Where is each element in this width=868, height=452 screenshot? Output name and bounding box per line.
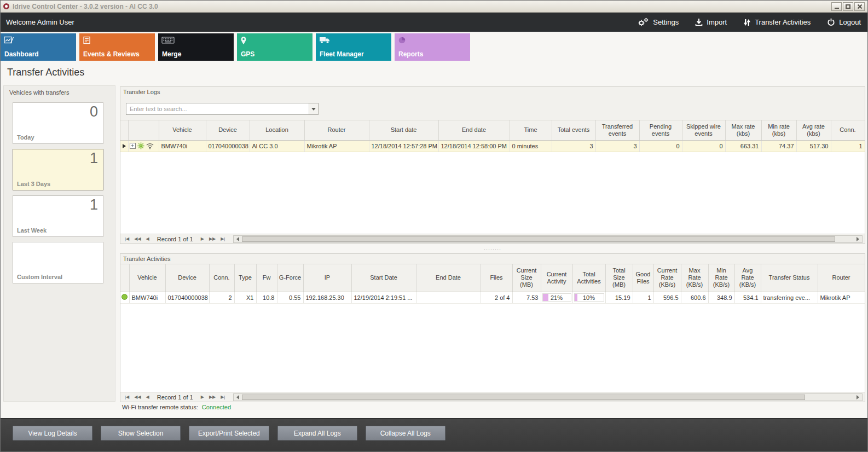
- import-button[interactable]: Import: [695, 18, 727, 26]
- search-dropdown-button[interactable]: [309, 103, 318, 114]
- pager-next-button[interactable]: ▶: [199, 395, 206, 399]
- pager-first-button[interactable]: |◀: [123, 236, 131, 241]
- col-start-date[interactable]: Start date: [369, 120, 438, 140]
- col-conn[interactable]: Conn.: [831, 120, 865, 140]
- col-total-events[interactable]: Total events: [552, 120, 595, 140]
- app-window: Idrive Control Center - 3.0.2 version - …: [0, 0, 868, 452]
- col-max-rate[interactable]: Max rate (kbs): [725, 120, 761, 140]
- col-device[interactable]: Device: [165, 264, 209, 292]
- col-end-date[interactable]: End date: [438, 120, 510, 140]
- col-end-date[interactable]: End Date: [416, 264, 481, 292]
- activities-horizontal-scrollbar[interactable]: [233, 393, 863, 401]
- col-transfer-status[interactable]: Transfer Status: [761, 264, 818, 292]
- tab-merge-label: Merge: [162, 50, 181, 58]
- pager-first-button[interactable]: |◀: [123, 395, 131, 399]
- pager-next-page-button[interactable]: ▶▶: [207, 236, 218, 241]
- filter-card-custom-interval[interactable]: Custom Interval: [13, 242, 103, 283]
- scrollbar-thumb[interactable]: [242, 395, 805, 400]
- tab-events-reviews[interactable]: Events & Reviews: [79, 33, 155, 61]
- export-print-selected-button[interactable]: Export/Print Selected: [189, 426, 269, 441]
- col-skipped-wire-events[interactable]: Skipped wire events: [682, 120, 725, 140]
- cell-max-rate: 600.6: [681, 292, 708, 303]
- col-start-date[interactable]: Start Date: [351, 264, 416, 292]
- keyboard-icon: [161, 36, 175, 46]
- col-vehicle[interactable]: Vehicle: [159, 120, 206, 140]
- col-max-rate[interactable]: Max Rate (KB/s): [681, 264, 708, 292]
- transfer-logs-row[interactable]: BMW740i 017040000038 Al CC 3.0 Mikrotik …: [120, 140, 865, 152]
- col-current-rate[interactable]: Current Rate (KB/s): [653, 264, 681, 292]
- col-current-activity[interactable]: Current Activity: [541, 264, 572, 292]
- splitter-handle[interactable]: [120, 246, 865, 252]
- transfer-activities-pager: |◀ ◀◀ ◀ Record 1 of 1 ▶ ▶▶ ▶|: [120, 392, 865, 402]
- cell-router: Mikrotik AP: [818, 292, 865, 303]
- tab-fleet-manager[interactable]: Fleet Manager: [316, 33, 391, 61]
- tab-gps[interactable]: GPS: [237, 33, 313, 61]
- col-ip[interactable]: IP: [303, 264, 351, 292]
- scroll-right-icon: [857, 237, 859, 241]
- pager-prev-button[interactable]: ◀: [144, 236, 152, 241]
- minimize-button[interactable]: [831, 2, 842, 11]
- view-log-details-button[interactable]: View Log Details: [13, 426, 92, 441]
- filter-card-last-3-days[interactable]: 1 Last 3 Days: [13, 149, 103, 190]
- cell-total-size: 15.19: [605, 292, 633, 303]
- col-type[interactable]: Type: [234, 264, 256, 292]
- scroll-left-icon: [236, 237, 239, 241]
- col-total-size[interactable]: Total Size (MB): [605, 264, 633, 292]
- col-fw[interactable]: Fw: [256, 264, 277, 292]
- logout-button[interactable]: Logout: [827, 18, 861, 26]
- transfer-activities-button[interactable]: Transfer Activities: [743, 18, 811, 26]
- col-good-files[interactable]: Good Files: [633, 264, 653, 292]
- col-transferred-events[interactable]: Transferred events: [595, 120, 639, 140]
- col-files[interactable]: Files: [481, 264, 512, 292]
- col-min-rate[interactable]: Min rate (kbs): [761, 120, 796, 140]
- filter-card-today[interactable]: 0 Today: [13, 102, 103, 144]
- cell-total-events: 3: [552, 140, 595, 152]
- col-g-force[interactable]: G-Force: [277, 264, 303, 292]
- show-selection-button[interactable]: Show Selection: [101, 426, 181, 441]
- pager-last-button[interactable]: ▶|: [218, 395, 227, 399]
- transfer-arrows-icon: [743, 19, 751, 26]
- col-icons: [128, 120, 159, 140]
- filter-card-last-week[interactable]: 1 Last Week: [13, 195, 103, 237]
- cell-current-size: 7.53: [512, 292, 541, 303]
- pager-last-button[interactable]: ▶|: [218, 236, 227, 241]
- expand-all-logs-button[interactable]: Expand All Logs: [277, 426, 357, 441]
- scroll-left-button[interactable]: [234, 236, 242, 242]
- col-conn[interactable]: Conn.: [209, 264, 234, 292]
- col-min-rate[interactable]: Min Rate (KB/s): [708, 264, 734, 292]
- close-button[interactable]: [854, 2, 865, 11]
- tab-dashboard[interactable]: Dashboard: [1, 33, 76, 61]
- col-router[interactable]: Router: [304, 120, 369, 140]
- cell-good-files: 1: [633, 292, 653, 303]
- expand-row-button[interactable]: [130, 143, 136, 149]
- tab-merge[interactable]: Merge: [158, 33, 234, 61]
- pager-next-button[interactable]: ▶: [199, 236, 206, 241]
- scroll-right-button[interactable]: [854, 236, 862, 242]
- col-location[interactable]: Location: [250, 120, 304, 140]
- col-avg-rate[interactable]: Avg rate (kbs): [796, 120, 831, 140]
- col-total-activities[interactable]: Total Activities: [572, 264, 605, 292]
- transfer-activities-row[interactable]: BMW740i 017040000038 2 X1 10.8 0.55 192.…: [120, 292, 865, 303]
- col-time[interactable]: Time: [510, 120, 552, 140]
- col-current-size[interactable]: Current Size (MB): [512, 264, 541, 292]
- collapse-all-logs-button[interactable]: Collapse All Logs: [366, 426, 445, 441]
- scrollbar-thumb[interactable]: [242, 236, 835, 242]
- col-device[interactable]: Device: [206, 120, 250, 140]
- tab-reports[interactable]: Reports: [395, 33, 470, 61]
- pager-prev-page-button[interactable]: ◀◀: [132, 395, 143, 399]
- search-input[interactable]: [126, 103, 309, 114]
- pager-prev-button[interactable]: ◀: [144, 395, 152, 399]
- scroll-left-button[interactable]: [234, 394, 242, 401]
- transfer-activities-label: Transfer Activities: [755, 18, 811, 26]
- logs-horizontal-scrollbar[interactable]: [233, 235, 863, 243]
- scroll-right-button[interactable]: [854, 394, 862, 401]
- pager-next-page-button[interactable]: ▶▶: [207, 395, 218, 399]
- col-avg-rate[interactable]: Avg Rate (KB/s): [734, 264, 761, 292]
- col-vehicle[interactable]: Vehicle: [129, 264, 165, 292]
- cell-pending-events: 0: [639, 140, 682, 152]
- col-pending-events[interactable]: Pending events: [639, 120, 682, 140]
- maximize-button[interactable]: [843, 2, 853, 11]
- col-router[interactable]: Router: [818, 264, 865, 292]
- pager-prev-page-button[interactable]: ◀◀: [132, 236, 143, 241]
- settings-button[interactable]: Settings: [637, 18, 679, 27]
